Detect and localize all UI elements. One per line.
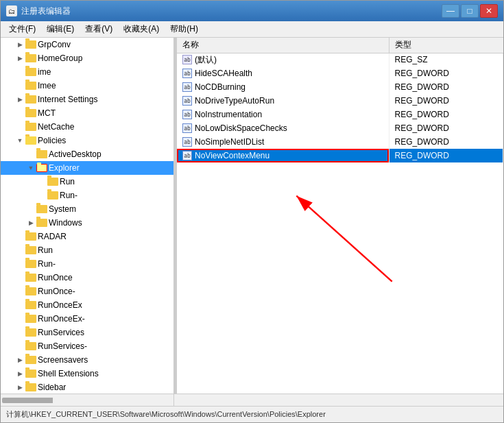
tree-item-label: Run-	[60, 191, 77, 200]
menu-help[interactable]: 帮助(H)	[165, 22, 204, 36]
tree-item-label: ime	[38, 67, 51, 77]
menu-favorites[interactable]: 收藏夹(A)	[118, 22, 165, 36]
tree-item-label: RunServices-	[38, 341, 87, 351]
value-name: NoViewContexMenu	[195, 151, 269, 160]
value-type: REG_DWORD	[389, 80, 503, 94]
table-row[interactable]: ab NoDriveTypeAutoRun REG_DWORD	[177, 94, 503, 108]
tree-item-label: Shell Extensions	[38, 369, 99, 378]
value-name-cell: ab (默认)	[182, 54, 383, 66]
tree-item[interactable]: ▶Run	[1, 243, 173, 257]
tree-item[interactable]: ▶Sidebar	[1, 380, 173, 394]
value-table: 名称 类型 ab (默认) REG_SZ ab HideSCAHealth RE…	[177, 38, 503, 162]
tree-item[interactable]: ▶GrpConv	[1, 38, 173, 51]
tree-item-label: ActiveDesktop	[49, 149, 101, 159]
expand-icon[interactable]: ▶	[14, 53, 25, 64]
menu-bar: 文件(F) 编辑(E) 查看(V) 收藏夹(A) 帮助(H)	[1, 21, 503, 38]
folder-icon	[25, 300, 36, 311]
tree-item[interactable]: ▶Windows	[1, 216, 173, 230]
table-row[interactable]: ab NoSimpleNetIDList REG_DWORD	[177, 135, 503, 149]
close-button[interactable]: ✕	[480, 4, 498, 18]
table-row[interactable]: ab NoViewContexMenu REG_DWORD	[177, 149, 503, 162]
expand-icon[interactable]: ▶	[14, 354, 25, 365]
tree-item[interactable]: ▶MCT	[1, 106, 173, 120]
window-title: 注册表编辑器	[21, 5, 442, 17]
tree-item[interactable]: ▶RunServices	[1, 326, 173, 339]
value-name: (默认)	[195, 54, 217, 66]
value-type: REG_DWORD	[389, 94, 503, 108]
tree-item-label: Run-	[38, 259, 56, 269]
tree-item[interactable]: ▼Explorer	[1, 161, 173, 175]
title-bar-buttons: — □ ✕	[442, 4, 498, 18]
tree-item-label: RunServices	[38, 328, 84, 337]
folder-icon	[25, 39, 36, 50]
folder-icon	[25, 258, 36, 269]
expand-icon[interactable]: ▼	[25, 162, 36, 173]
table-row[interactable]: ab (默认) REG_SZ	[177, 53, 503, 67]
minimize-button[interactable]: —	[442, 4, 459, 18]
col-name: 名称	[177, 38, 389, 53]
folder-icon	[25, 354, 36, 365]
value-name-cell: ab NoViewContexMenu	[182, 151, 383, 160]
tree-item[interactable]: ▶RunServices-	[1, 339, 173, 353]
expand-icon[interactable]: ▶	[14, 382, 25, 393]
value-name-cell: ab NoInstrumentation	[182, 110, 383, 119]
tree-item[interactable]: ▶RADAR	[1, 230, 173, 243]
expand-icon[interactable]: ▼	[14, 135, 25, 146]
main-area: ▶GrpConv▶HomeGroup▶ime▶Imee▶Internet Set…	[1, 38, 503, 394]
tree-hscroll[interactable]	[1, 394, 174, 406]
value-name-cell: ab NoLowDiskSpaceChecks	[182, 123, 383, 133]
bottom-scroll-area	[1, 394, 503, 406]
value-name: NoInstrumentation	[195, 110, 262, 119]
window: 🗂 注册表编辑器 — □ ✕ 文件(F) 编辑(E) 查看(V) 收藏夹(A) …	[0, 0, 504, 423]
expand-icon[interactable]: ▶	[25, 217, 36, 228]
tree-item[interactable]: ▶RunOnce	[1, 271, 173, 285]
value-type: REG_DWORD	[389, 135, 503, 149]
table-row[interactable]: ab HideSCAHealth REG_DWORD	[177, 67, 503, 80]
folder-icon	[25, 368, 36, 379]
value-name: NoCDBurning	[195, 82, 245, 92]
value-name: NoSimpleNetIDList	[195, 137, 264, 147]
tree-item-label: Internet Settings	[38, 95, 97, 104]
value-type: REG_DWORD	[389, 121, 503, 135]
tree-item-label: GrpConv	[38, 40, 71, 49]
tree-item[interactable]: ▶System	[1, 202, 173, 216]
tree-item[interactable]: ▶Run-	[1, 189, 173, 202]
folder-icon	[25, 121, 36, 132]
menu-view[interactable]: 查看(V)	[80, 22, 118, 36]
table-row[interactable]: ab NoInstrumentation REG_DWORD	[177, 108, 503, 121]
folder-icon	[25, 108, 36, 119]
expand-icon[interactable]: ▶	[14, 368, 25, 379]
value-pane[interactable]: 名称 类型 ab (默认) REG_SZ ab HideSCAHealth RE…	[177, 38, 503, 394]
tree-item-label: RADAR	[38, 232, 67, 241]
tree-item-label: System	[49, 204, 76, 214]
title-bar: 🗂 注册表编辑器 — □ ✕	[1, 1, 503, 21]
maximize-button[interactable]: □	[461, 4, 479, 18]
tree-item[interactable]: ▶RunOnce-	[1, 285, 173, 298]
tree-item[interactable]: ▶RunOnceEx-	[1, 312, 173, 326]
folder-icon	[25, 272, 36, 283]
table-row[interactable]: ab NoCDBurning REG_DWORD	[177, 80, 503, 94]
tree-item[interactable]: ▶ActiveDesktop	[1, 147, 173, 161]
tree-item[interactable]: ▶Internet Settings	[1, 93, 173, 106]
tree-item-label: Imee	[38, 81, 56, 90]
value-hscroll[interactable]	[174, 394, 503, 406]
menu-file[interactable]: 文件(F)	[3, 22, 41, 36]
tree-pane[interactable]: ▶GrpConv▶HomeGroup▶ime▶Imee▶Internet Set…	[1, 38, 174, 394]
tree-item[interactable]: ▶Shell Extensions	[1, 367, 173, 380]
tree-item[interactable]: ▼Policies	[1, 134, 173, 147]
tree-item[interactable]: ▶Run	[1, 175, 173, 189]
tree-item[interactable]: ▶RunOnceEx	[1, 298, 173, 312]
expand-icon[interactable]: ▶	[14, 94, 25, 105]
expand-icon[interactable]: ▶	[14, 39, 25, 50]
tree-item[interactable]: ▶Run-	[1, 257, 173, 271]
tree-item[interactable]: ▶NetCache	[1, 120, 173, 134]
menu-edit[interactable]: 编辑(E)	[41, 22, 80, 36]
folder-icon	[25, 327, 36, 338]
tree-item[interactable]: ▶HomeGroup	[1, 51, 173, 65]
value-name-cell: ab NoDriveTypeAutoRun	[182, 96, 383, 106]
folder-icon	[25, 67, 36, 77]
tree-item[interactable]: ▶ime	[1, 65, 173, 79]
tree-item[interactable]: ▶Screensavers	[1, 353, 173, 367]
tree-item[interactable]: ▶Imee	[1, 79, 173, 93]
table-row[interactable]: ab NoLowDiskSpaceChecks REG_DWORD	[177, 121, 503, 135]
